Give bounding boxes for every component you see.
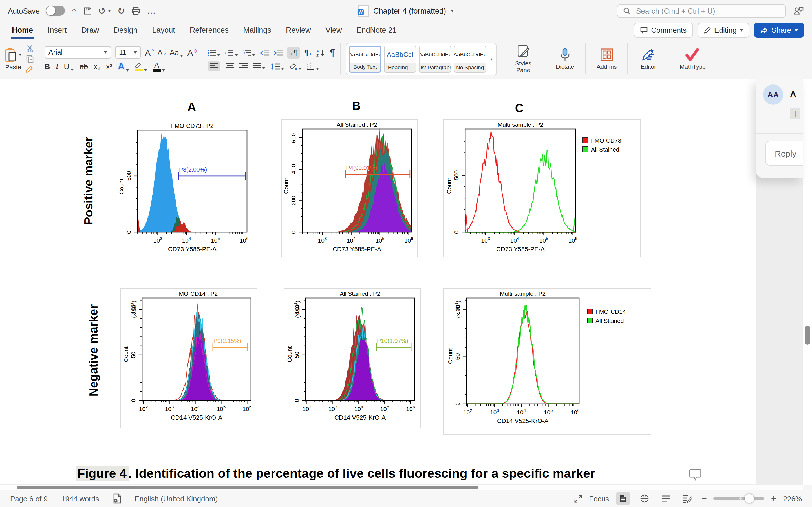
tab-mailings[interactable]: Mailings bbox=[236, 21, 278, 39]
reply-box[interactable] bbox=[765, 141, 803, 166]
borders-button[interactable] bbox=[307, 62, 319, 70]
legend-swatch bbox=[582, 137, 588, 143]
editor-button[interactable]: Editor bbox=[633, 42, 664, 75]
strikethrough-button[interactable]: ab bbox=[80, 62, 88, 71]
proofing-icon[interactable] bbox=[112, 494, 121, 504]
search-bar[interactable] bbox=[617, 4, 786, 18]
home-icon[interactable]: ⌂ bbox=[71, 6, 77, 15]
zoom-in-button[interactable]: + bbox=[771, 494, 776, 504]
tab-layout[interactable]: Layout bbox=[145, 21, 183, 39]
x-tick-label: 106 bbox=[568, 408, 582, 415]
font-size-select[interactable]: 11 bbox=[115, 46, 141, 59]
comments-button[interactable]: Comments bbox=[633, 22, 693, 38]
editing-mode-button[interactable]: Editing bbox=[697, 22, 750, 38]
style-list-paragraph[interactable]: AaBbCcDdEe List Paragraph bbox=[419, 45, 451, 72]
print-layout-view-button[interactable] bbox=[616, 492, 630, 505]
subscript-button[interactable]: x₂ bbox=[94, 62, 100, 71]
tab-home[interactable]: Home bbox=[4, 21, 40, 39]
tab-insert[interactable]: Insert bbox=[40, 21, 74, 39]
tab-review[interactable]: Review bbox=[278, 21, 318, 39]
shading-button[interactable] bbox=[290, 62, 302, 70]
change-case-button[interactable]: Aa bbox=[170, 48, 184, 57]
style-heading-1[interactable]: AaBbCcI Heading 1 bbox=[384, 45, 416, 72]
tab-design[interactable]: Design bbox=[107, 21, 145, 39]
dictate-button[interactable]: Dictate bbox=[550, 42, 580, 75]
zoom-slider[interactable] bbox=[714, 497, 764, 500]
focus-label[interactable]: Focus bbox=[589, 494, 609, 503]
tab-references[interactable]: References bbox=[183, 21, 236, 39]
caption-comment-icon[interactable] bbox=[689, 469, 702, 481]
redo-icon[interactable]: ↻ bbox=[117, 6, 125, 15]
horizontal-scroll-thumb[interactable] bbox=[17, 486, 478, 489]
line-spacing-button[interactable] bbox=[271, 63, 285, 69]
share-button[interactable]: Share bbox=[754, 22, 804, 38]
add-ins-button[interactable]: Add-ins bbox=[591, 42, 622, 75]
copy-icon[interactable] bbox=[26, 55, 34, 63]
align-center-button[interactable] bbox=[226, 63, 234, 69]
sort-button[interactable]: AZ bbox=[316, 49, 325, 57]
font-color-button[interactable]: A bbox=[153, 62, 165, 71]
zoom-slider-knob[interactable] bbox=[745, 494, 754, 503]
text-effects-button[interactable]: A bbox=[118, 61, 129, 71]
horizontal-scrollbar[interactable] bbox=[0, 485, 803, 490]
align-left-button[interactable] bbox=[208, 61, 221, 71]
increase-indent-button[interactable] bbox=[274, 49, 283, 56]
style-body-text[interactable]: AaBbCcDdEe Body Text bbox=[349, 45, 381, 72]
styles-pane-button[interactable]: Styles Pane bbox=[508, 42, 539, 75]
vertical-scroll-thumb[interactable] bbox=[805, 326, 810, 345]
tab-endnote[interactable]: EndNote 21 bbox=[349, 21, 404, 39]
highlight-button[interactable] bbox=[135, 62, 147, 71]
word-count[interactable]: 1944 words bbox=[61, 494, 99, 503]
undo-chevron-icon[interactable] bbox=[108, 10, 111, 12]
underline-button[interactable]: U bbox=[64, 62, 74, 71]
format-painter-icon[interactable] bbox=[26, 65, 34, 73]
draft-view-button[interactable] bbox=[680, 492, 695, 505]
language-indicator[interactable]: English (United Kingdom) bbox=[135, 494, 218, 503]
superscript-button[interactable]: x² bbox=[106, 62, 112, 71]
ltr-paragraph-button[interactable]: ›¶ bbox=[287, 47, 300, 59]
web-layout-view-button[interactable] bbox=[637, 492, 652, 505]
align-right-button[interactable] bbox=[239, 63, 248, 69]
tab-draw[interactable]: Draw bbox=[74, 21, 107, 39]
save-icon[interactable] bbox=[83, 6, 92, 15]
mathtype-button[interactable]: MathType bbox=[675, 42, 711, 75]
cut-icon[interactable] bbox=[26, 45, 34, 52]
paste-chevron-icon[interactable] bbox=[18, 53, 22, 55]
presence-icon[interactable] bbox=[793, 6, 804, 16]
grow-font-button[interactable]: A^ bbox=[145, 48, 154, 57]
justify-button[interactable] bbox=[253, 63, 266, 69]
title-chevron-icon[interactable] bbox=[451, 10, 454, 12]
show-paragraph-marks-button[interactable]: ¶ bbox=[329, 47, 335, 58]
font-name-select[interactable]: Arial bbox=[45, 46, 111, 59]
styles-gallery-next-icon[interactable]: › bbox=[489, 55, 494, 63]
reply-input[interactable] bbox=[774, 148, 803, 159]
more-commands-icon[interactable]: … bbox=[147, 6, 156, 15]
tab-view[interactable]: View bbox=[318, 21, 349, 39]
clear-formatting-button[interactable]: A◊ bbox=[188, 48, 197, 57]
undo-icon[interactable]: ↺ bbox=[98, 6, 106, 15]
add-ins-icon bbox=[600, 48, 613, 61]
search-input[interactable] bbox=[635, 6, 780, 15]
print-icon[interactable] bbox=[132, 6, 140, 15]
bullet-list-button[interactable] bbox=[208, 49, 221, 56]
x-axis-label: CD73 Y585-PE-A bbox=[302, 245, 412, 252]
page-indicator[interactable]: Page 6 of 9 bbox=[10, 494, 48, 503]
italic-button[interactable]: I bbox=[56, 62, 58, 71]
zoom-out-button[interactable]: − bbox=[702, 494, 707, 504]
style-no-spacing[interactable]: AaBbCcDdEe No Spacing bbox=[454, 45, 486, 72]
numbered-list-button[interactable]: 123 bbox=[225, 49, 238, 56]
vertical-scrollbar[interactable] bbox=[802, 79, 812, 485]
y-tick-label: 50 bbox=[130, 351, 137, 358]
autosave-toggle[interactable] bbox=[46, 6, 65, 16]
decrease-indent-button[interactable] bbox=[260, 49, 269, 56]
paste-button[interactable]: Paste bbox=[4, 48, 22, 70]
multilevel-list-button[interactable]: 1ai bbox=[243, 49, 256, 56]
comment-card[interactable]: AA A I bbox=[756, 79, 803, 178]
shrink-font-button[interactable]: Av bbox=[158, 48, 166, 56]
document-title[interactable]: Chapter 4 (formatted) bbox=[373, 6, 446, 15]
bold-button[interactable]: B bbox=[45, 62, 50, 71]
rtl-paragraph-button[interactable]: ¶‹ bbox=[305, 48, 312, 57]
focus-icon[interactable] bbox=[574, 494, 582, 503]
outline-view-button[interactable] bbox=[659, 492, 673, 505]
zoom-level[interactable]: 226% bbox=[783, 494, 802, 503]
